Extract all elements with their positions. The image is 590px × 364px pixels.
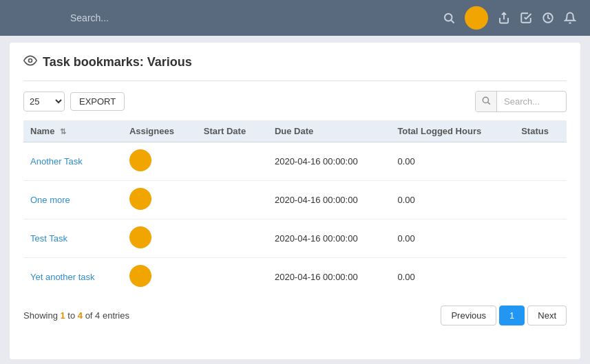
export-button[interactable]: EXPORT [70,92,125,111]
cell-total-logged-hours: 0.00 [390,181,514,220]
cell-status [514,181,567,220]
cell-name: Another Task [23,142,123,181]
cell-due-date: 2020-04-16 00:00:00 [268,181,390,220]
nav-search-input[interactable] [14,12,165,23]
table-search-input[interactable] [497,93,566,110]
svg-point-4 [29,59,32,63]
svg-point-0 [445,14,452,21]
nav-icons [443,6,576,30]
prev-button[interactable]: Previous [441,306,496,325]
cell-status [514,142,567,181]
eye-icon [23,54,37,71]
svg-line-6 [488,103,490,105]
col-name[interactable]: Name ⇅ [23,120,123,142]
search-box [475,91,567,112]
main-content: Task bookmarks: Various 25 10 50 100 EXP… [10,43,580,359]
table-header: Name ⇅ Assignees Start Date Due Date Tot… [23,120,567,142]
col-start-date: Start Date [197,120,268,142]
cell-assignees [123,142,197,181]
avatar[interactable] [465,6,488,30]
cell-start-date [197,220,268,258]
cell-assignees [123,258,197,297]
of-label: of [83,310,95,321]
cell-due-date: 2020-04-16 00:00:00 [268,220,390,258]
assignee-avatar [129,226,151,248]
to-label: to [65,310,78,321]
task-link[interactable]: Yet another task [30,272,94,282]
cell-due-date: 2020-04-16 00:00:00 [268,258,390,297]
cell-name: Test Task [23,220,123,258]
cell-due-date: 2020-04-16 00:00:00 [268,142,390,181]
sort-icon-name: ⇅ [60,127,66,136]
cell-name: One more [23,181,123,220]
cell-status [514,220,567,258]
task-link[interactable]: Test Task [30,233,67,244]
assignee-avatar [129,265,151,287]
cell-assignees [123,220,197,258]
showing-label: Showing [23,310,60,321]
col-assignees: Assignees [123,120,197,142]
table-footer: Showing 1 to 4 of 4 entries Previous 1 N… [23,306,567,325]
cell-start-date [197,181,268,220]
svg-point-5 [483,97,488,103]
next-button[interactable]: Next [527,306,567,325]
svg-line-1 [451,20,454,23]
clock-icon[interactable] [542,12,554,24]
table-row: Another Task 2020-04-16 00:00:00 0.00 [23,142,567,181]
page-title: Task bookmarks: Various [23,54,567,71]
share-icon[interactable] [498,12,510,24]
table-row: One more 2020-04-16 00:00:00 0.00 [23,181,567,220]
table-row: Test Task 2020-04-16 00:00:00 0.00 [23,220,567,258]
col-total-logged-hours: Total Logged Hours [390,120,514,142]
table-search-icon [476,92,497,111]
col-due-date: Due Date [268,120,390,142]
pagination: Previous 1 Next [441,306,567,325]
cell-start-date [197,142,268,181]
bell-icon[interactable] [564,12,576,24]
col-status: Status [514,120,567,142]
cell-start-date [197,258,268,297]
cell-assignees [123,181,197,220]
task-link[interactable]: Another Task [30,156,83,167]
toolbar: 25 10 50 100 EXPORT [23,91,567,112]
showing-to: 4 [78,310,83,321]
assignee-avatar [129,149,151,171]
cell-total-logged-hours: 0.00 [390,220,514,258]
cell-name: Yet another task [23,258,123,297]
page-title-text: Task bookmarks: Various [43,55,192,69]
data-table: Name ⇅ Assignees Start Date Due Date Tot… [23,120,567,296]
showing-text: Showing 1 to 4 of 4 entries [23,310,129,321]
cell-status [514,258,567,297]
table-row: Yet another task 2020-04-16 00:00:00 0.0… [23,258,567,297]
search-icon[interactable] [443,12,455,24]
entries-label: entries [100,310,129,321]
table-body: Another Task 2020-04-16 00:00:00 0.00 On… [23,142,567,297]
showing-from: 1 [60,310,65,321]
cell-total-logged-hours: 0.00 [390,142,514,181]
cell-total-logged-hours: 0.00 [390,258,514,297]
section-divider [23,81,567,81]
top-nav [0,0,590,36]
page-1-button[interactable]: 1 [499,306,525,325]
per-page-select[interactable]: 25 10 50 100 [23,92,65,111]
assignee-avatar [129,188,151,210]
task-link[interactable]: One more [30,195,70,205]
checkmark-icon[interactable] [520,12,532,24]
